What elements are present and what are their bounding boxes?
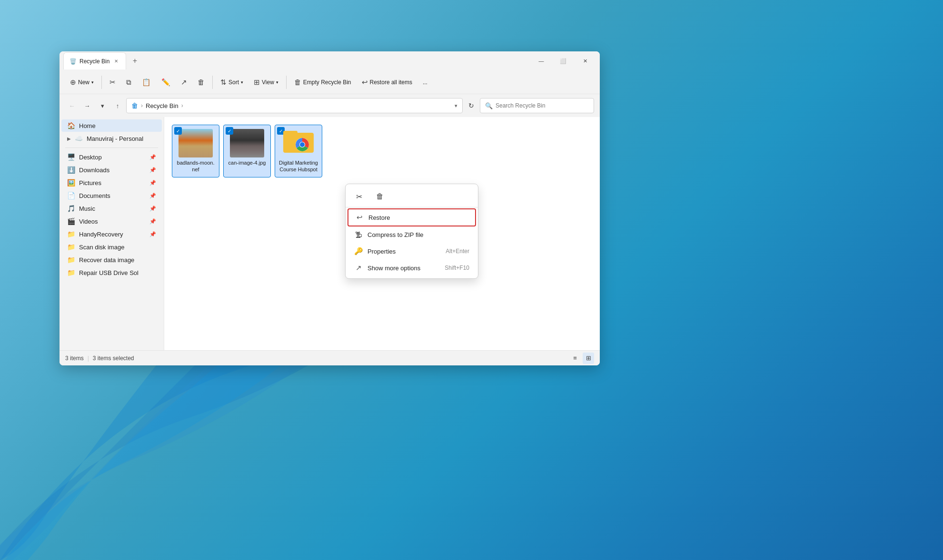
rename-button[interactable]: ✏️ (157, 76, 175, 89)
grid-view-button[interactable]: ⊞ (583, 353, 594, 364)
view-dropdown-icon: ▾ (276, 80, 278, 85)
ctx-compress-item[interactable]: 🗜 Compress to ZIP file (347, 227, 476, 243)
file-item-digitalmarketing[interactable]: ✓ (275, 125, 322, 177)
documents-icon: 📄 (67, 192, 75, 199)
recent-locations-button[interactable]: ▾ (96, 99, 109, 112)
ctx-show-more-shortcut: Shift+F10 (445, 265, 469, 271)
ctx-properties-item[interactable]: 🔑 Properties Alt+Enter (347, 243, 476, 259)
ctx-cut-button[interactable]: ✂ (351, 189, 367, 204)
file-thumbnail-badlands (179, 129, 213, 157)
file-item-badlands[interactable]: ✓ badlands-moon. nef (172, 125, 219, 177)
minimize-button[interactable]: — (530, 53, 552, 69)
address-bar: ← → ▾ ↑ 🗑 › Recycle Bin › ▾ ↻ 🔍 (60, 94, 600, 117)
list-view-button[interactable]: ≡ (569, 353, 581, 364)
restore-all-icon: ↩ (362, 78, 368, 87)
maximize-button[interactable]: ⬜ (552, 53, 574, 69)
share-button[interactable]: ↗ (176, 76, 192, 89)
new-tab-button[interactable]: + (128, 54, 141, 68)
toolbar-sep-3 (286, 76, 287, 89)
sidebar-pictures-label: Pictures (79, 179, 146, 187)
sidebar-videos-label: Videos (79, 218, 146, 225)
sort-icon: ⇅ (220, 78, 227, 87)
explorer-tab[interactable]: 🗑️ Recycle Bin ✕ (63, 52, 126, 69)
paste-button[interactable]: 📋 (137, 76, 156, 89)
onedrive-label: Manuviraj - Personal (87, 135, 156, 142)
music-icon: 🎵 (67, 205, 75, 212)
sidebar-scandisk-label: Scan disk image (79, 244, 156, 251)
close-button[interactable]: ✕ (574, 53, 596, 69)
toolbar-sep-2 (212, 76, 213, 89)
onedrive-icon: ☁️ (75, 135, 83, 142)
refresh-button[interactable]: ↻ (465, 99, 478, 112)
sidebar-item-recoverdata[interactable]: 📁 Recover data image (61, 254, 162, 266)
paste-icon: 📋 (142, 78, 151, 87)
scandisk-icon: 📁 (67, 243, 75, 251)
pin-icon-videos: 📌 (149, 218, 156, 225)
file-item-can[interactable]: ✓ can-image-4.jpg (223, 125, 271, 177)
ctx-show-more-item[interactable]: ↗ Show more options Shift+F10 (347, 260, 476, 276)
ctx-compress-label: Compress to ZIP file (367, 231, 424, 238)
copy-button[interactable]: ⧉ (121, 76, 136, 89)
pin-icon-handyrecovery: 📌 (149, 231, 156, 237)
delete-button[interactable]: 🗑 (193, 76, 209, 88)
restore-all-button[interactable]: ↩ Restore all items (357, 76, 417, 89)
ctx-properties-shortcut: Alt+Enter (446, 248, 469, 255)
sidebar-documents-label: Documents (79, 192, 146, 199)
sidebar-item-downloads[interactable]: ⬇️ Downloads 📌 (61, 164, 162, 176)
pictures-icon: 🖼️ (67, 179, 75, 187)
tab-close-button[interactable]: ✕ (112, 58, 120, 65)
sort-button[interactable]: ⇅ Sort ▾ (216, 76, 248, 89)
ctx-compress-icon: 🗜 (354, 231, 363, 239)
empty-bin-label: Empty Recycle Bin (303, 79, 351, 86)
sidebar-item-documents[interactable]: 📄 Documents 📌 (61, 189, 162, 202)
ctx-show-more-label: Show more options (367, 265, 420, 272)
ctx-restore-item[interactable]: ↩ Restore (347, 208, 476, 226)
cut-button[interactable]: ✂ (105, 76, 120, 89)
home-label: Home (79, 122, 156, 129)
window-controls: — ⬜ ✕ (530, 53, 596, 69)
file-checkbox-can[interactable]: ✓ (226, 127, 233, 135)
path-icon: 🗑 (131, 102, 138, 109)
status-bar: 3 items | 3 items selected ≡ ⊞ (60, 350, 600, 365)
sidebar-item-music[interactable]: 🎵 Music 📌 (61, 202, 162, 215)
new-button[interactable]: ⊕ New ▾ (65, 76, 99, 89)
sidebar-downloads-label: Downloads (79, 167, 146, 174)
empty-recycle-bin-button[interactable]: 🗑 Empty Recycle Bin (289, 76, 356, 88)
sidebar-item-pictures[interactable]: 🖼️ Pictures 📌 (61, 177, 162, 189)
items-count: 3 items (65, 355, 84, 362)
sidebar-item-scandisk[interactable]: 📁 Scan disk image (61, 241, 162, 253)
up-button[interactable]: ↑ (111, 99, 124, 112)
pin-icon-documents: 📌 (149, 193, 156, 199)
sidebar-item-desktop[interactable]: 🖥️ Desktop 📌 (61, 151, 162, 163)
title-bar-tabs: 🗑️ Recycle Bin ✕ + (63, 52, 530, 69)
folder-icon (283, 129, 314, 157)
file-checkbox-badlands[interactable]: ✓ (174, 127, 182, 135)
sidebar-item-repairusb[interactable]: 📁 Repair USB Drive Sol (61, 266, 162, 279)
ctx-restore-label: Restore (368, 214, 390, 221)
ctx-delete-icon: 🗑 (376, 192, 384, 201)
sidebar-item-onedrive[interactable]: ▶ ☁️ Manuviraj - Personal (61, 132, 162, 145)
view-button[interactable]: ⊞ View ▾ (249, 76, 283, 89)
tab-title: Recycle Bin (79, 58, 109, 65)
home-icon: 🏠 (67, 122, 75, 129)
more-options-button[interactable]: ... (418, 77, 432, 88)
pin-icon-desktop: 📌 (149, 154, 156, 160)
delete-icon: 🗑 (198, 78, 205, 86)
restore-all-label: Restore all items (370, 79, 412, 86)
sort-dropdown-icon: ▾ (241, 80, 243, 85)
sidebar-item-home[interactable]: 🏠 Home (61, 119, 162, 132)
share-icon: ↗ (181, 78, 187, 87)
repairusb-icon: 📁 (67, 269, 75, 276)
sidebar-item-videos[interactable]: 🎬 Videos 📌 (61, 215, 162, 227)
back-button[interactable]: ← (65, 99, 79, 112)
address-path[interactable]: 🗑 › Recycle Bin › ▾ (126, 98, 463, 113)
sidebar-item-handyrecovery[interactable]: 📁 HandyRecovery 📌 (61, 228, 162, 240)
rename-icon: ✏️ (161, 78, 170, 87)
view-label: View (262, 79, 274, 86)
search-icon: 🔍 (485, 102, 493, 109)
ctx-delete-button[interactable]: 🗑 (372, 189, 387, 204)
search-input[interactable] (496, 102, 589, 109)
path-dropdown-button[interactable]: ▾ (455, 103, 457, 109)
forward-button[interactable]: → (80, 99, 94, 112)
new-label: New (78, 79, 89, 86)
